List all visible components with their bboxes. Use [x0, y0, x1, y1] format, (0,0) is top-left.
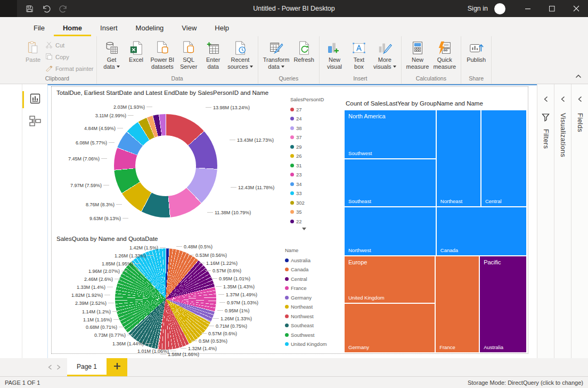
- legend-item-33[interactable]: 33: [290, 190, 324, 197]
- page-indicator: PAGE 1 OF 1: [5, 379, 40, 386]
- plus-icon: [113, 362, 121, 372]
- menu-tab-home[interactable]: Home: [54, 20, 91, 36]
- treemap-cell-label: Central: [485, 198, 502, 204]
- menubar: File Home Insert Modeling View Help: [0, 17, 588, 36]
- visualizations-panel[interactable]: Visualizations: [554, 84, 571, 358]
- menu-tab-insert[interactable]: Insert: [91, 20, 127, 36]
- legend-dot: [290, 126, 294, 130]
- undo-icon[interactable]: [42, 5, 51, 13]
- cut-button[interactable]: Cut: [45, 41, 94, 50]
- text-box-button[interactable]: Textbox: [347, 39, 371, 70]
- treemap-cell-germany[interactable]: Germany: [344, 303, 435, 353]
- menu-tab-help[interactable]: Help: [206, 20, 238, 36]
- legend-title: Name: [285, 247, 327, 253]
- transform-data-button[interactable]: Transformdata: [261, 39, 292, 70]
- close-button[interactable]: [564, 0, 588, 17]
- publish-icon: [469, 39, 484, 56]
- powerbi-datasets-button[interactable]: Power BIdatasets: [149, 39, 177, 70]
- treemap-cell-canada[interactable]: Canada: [436, 207, 527, 256]
- treemap-chart[interactable]: North AmericaSouthwestSoutheastNorthwest…: [344, 110, 527, 353]
- recent-sources-button[interactable]: Recentsources: [225, 39, 255, 70]
- minimize-button[interactable]: [516, 0, 540, 17]
- model-view-button[interactable]: [27, 114, 44, 131]
- group-label-clipboard: Clipboard: [21, 75, 94, 84]
- legend-item-302[interactable]: 302: [290, 199, 324, 206]
- treemap-cell-united-kingdom[interactable]: EuropeUnited Kingdom: [344, 256, 435, 303]
- maximize-button[interactable]: [540, 0, 564, 17]
- add-page-button[interactable]: [107, 358, 127, 376]
- treemap-cell-australia[interactable]: PacificAustralia: [479, 256, 527, 353]
- page-tab[interactable]: Page 1: [67, 358, 107, 376]
- treemap-group-label: North America: [348, 113, 386, 119]
- expand-filters-icon[interactable]: [543, 95, 549, 104]
- legend-item-central[interactable]: Central: [285, 276, 327, 282]
- enter-data-icon: [206, 39, 220, 56]
- legend-item-23[interactable]: 23: [290, 172, 324, 178]
- treemap-cell-northeast[interactable]: Northeast: [436, 110, 481, 207]
- redo-icon[interactable]: [59, 5, 68, 13]
- legend-dot: [290, 154, 294, 158]
- next-page-button[interactable]: [54, 358, 63, 376]
- fields-panel[interactable]: Fields: [571, 84, 588, 358]
- publish-button[interactable]: Publish: [464, 39, 488, 63]
- excel-button[interactable]: Excel: [124, 39, 149, 63]
- paste-button[interactable]: Paste: [21, 39, 45, 63]
- treemap-cell-france[interactable]: France: [435, 256, 479, 353]
- expand-fields-icon[interactable]: [577, 95, 583, 104]
- legend-item-26[interactable]: 26: [290, 153, 324, 159]
- legend-item-29[interactable]: 29: [290, 143, 324, 150]
- group-label-data: Data: [100, 75, 255, 84]
- data-label: 2.03M (1.93%): [113, 104, 152, 110]
- account-avatar[interactable]: [494, 3, 505, 14]
- legend-item-31[interactable]: 31: [290, 162, 324, 168]
- legend-item-22[interactable]: 22: [290, 218, 324, 224]
- sql-server-button[interactable]: SQLServer: [176, 39, 201, 70]
- treemap-cell-central[interactable]: Central: [481, 110, 527, 207]
- treemap-cell-northwest[interactable]: Northwest: [344, 207, 436, 256]
- legend-item-southeast[interactable]: Southeast: [285, 322, 327, 329]
- copy-button[interactable]: Copy: [45, 52, 94, 62]
- legend-item-australia[interactable]: Australia: [285, 257, 327, 263]
- menu-tab-file[interactable]: File: [24, 20, 54, 36]
- menu-tab-modeling[interactable]: Modeling: [127, 20, 173, 36]
- legend-item-northwest[interactable]: Northwest: [285, 313, 327, 319]
- quick-measure-button[interactable]: Quickmeasure: [431, 39, 458, 70]
- collapse-ribbon-icon[interactable]: [575, 71, 582, 80]
- treemap-cell-southwest[interactable]: North AmericaSouthwest: [344, 110, 436, 159]
- donut-chart[interactable]: [114, 114, 217, 217]
- menu-tab-view[interactable]: View: [173, 20, 206, 36]
- new-visual-button[interactable]: Newvisual: [322, 39, 347, 70]
- report-canvas[interactable]: TotalDue, Earliest StartDate and Latest …: [47, 84, 537, 358]
- expand-visualizations-icon[interactable]: [560, 95, 566, 104]
- legend-item-canada[interactable]: Canada: [285, 266, 327, 273]
- legend-item-27[interactable]: 27: [290, 106, 324, 112]
- legend-item-34[interactable]: 34: [290, 181, 324, 187]
- new-measure-button[interactable]: Newmeasure: [404, 39, 431, 70]
- legend-item-37[interactable]: 37: [290, 134, 324, 141]
- legend-item-germany[interactable]: Germany: [285, 294, 327, 301]
- legend-item-35[interactable]: 35: [290, 209, 324, 215]
- storage-mode-button[interactable]: Storage Mode: DirectQuery (click to chan…: [468, 379, 583, 386]
- legend-item-38[interactable]: 38: [290, 125, 324, 131]
- more-visuals-icon: [377, 39, 392, 56]
- refresh-button[interactable]: Refresh: [291, 39, 316, 63]
- prev-page-button[interactable]: [46, 358, 54, 376]
- legend-item-24[interactable]: 24: [290, 116, 324, 122]
- legend-scroll-down-icon[interactable]: [302, 228, 306, 230]
- filters-panel[interactable]: Filters: [537, 84, 554, 358]
- report-page[interactable]: TotalDue, Earliest StartDate and Latest …: [51, 86, 528, 354]
- legend-item-france[interactable]: France: [285, 285, 327, 292]
- enter-data-button[interactable]: Enterdata: [201, 39, 225, 70]
- format-painter-button[interactable]: Format painter: [45, 64, 94, 74]
- treemap-cell-southeast[interactable]: Southeast: [344, 159, 436, 207]
- report-view-button[interactable]: [27, 91, 44, 108]
- legend-item-southwest[interactable]: Southwest: [285, 332, 327, 338]
- legend-item-united-kingdom[interactable]: United Kingdom: [285, 341, 327, 347]
- more-visuals-button[interactable]: Morevisuals: [371, 39, 398, 70]
- sign-in-button[interactable]: Sign in: [468, 5, 488, 12]
- legend-item-northeast[interactable]: Northeast: [285, 304, 327, 310]
- save-icon[interactable]: [26, 5, 34, 13]
- powerbi-window: Untitled - Power BI Desktop Sign in File…: [0, 0, 588, 388]
- get-data-button[interactable]: Getdata: [100, 39, 124, 70]
- treemap-cell-label: Northwest: [348, 247, 371, 253]
